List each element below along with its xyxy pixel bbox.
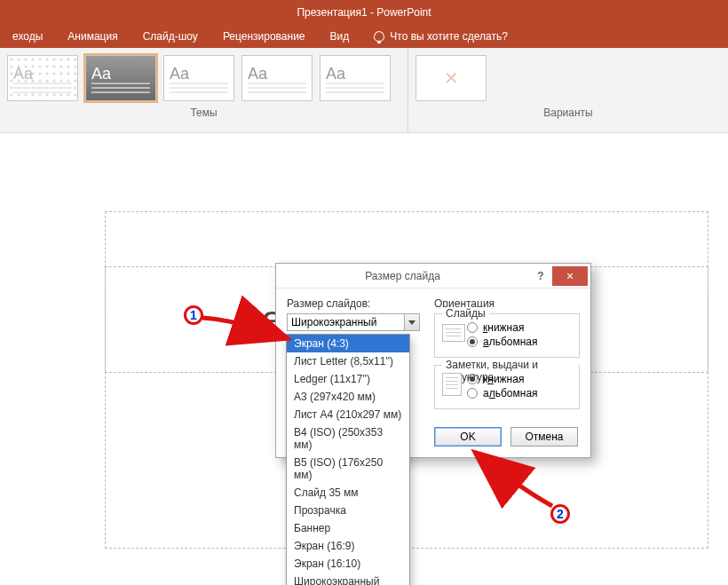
dropdown-option[interactable]: Экран (4:3) <box>287 335 409 352</box>
tab-animations[interactable]: Анимация <box>55 25 130 48</box>
dropdown-option[interactable]: Лист A4 (210x297 мм) <box>287 406 409 423</box>
annotation-step-1: 1 <box>184 305 203 325</box>
orientation-column: Ориентация Слайды книжная альбомная Заме… <box>434 297 580 416</box>
radio-slides-portrait[interactable] <box>467 322 478 333</box>
theme-thumb[interactable]: Aa <box>241 55 313 101</box>
themes-gallery[interactable]: Aa Aa Aa Aa Aa <box>0 48 408 101</box>
dropdown-option[interactable]: Ledger (11x17'') <box>287 370 409 388</box>
theme-thumb[interactable]: Aa <box>7 55 78 101</box>
radio-notes-portrait[interactable] <box>467 374 478 384</box>
radio-slides-portrait-label[interactable]: книжная <box>483 321 524 334</box>
theme-thumb[interactable]: Aa <box>85 55 156 101</box>
chevron-down-icon <box>408 320 415 325</box>
size-label: Размер слайдов: <box>287 297 420 310</box>
ribbon-group-themes: Aa Aa Aa Aa Aa Темы <box>0 48 408 132</box>
combo-value: Широкоэкранный <box>291 316 376 328</box>
close-icon: × <box>566 269 574 283</box>
annotation-step-2: 2 <box>550 504 570 524</box>
dropdown-option[interactable]: Экран (16:9) <box>287 537 409 555</box>
dropdown-option[interactable]: Слайд 35 мм <box>287 484 409 502</box>
theme-thumb[interactable]: Aa <box>320 55 391 101</box>
dropdown-option[interactable]: Широкоэкранный <box>287 573 409 585</box>
slides-legend: Слайды <box>442 307 489 320</box>
ok-button[interactable]: OK <box>434 427 502 447</box>
dropdown-option[interactable]: B4 (ISO) (250x353 мм) <box>287 423 409 454</box>
dropdown-option[interactable]: B5 (ISO) (176x250 мм) <box>287 454 409 484</box>
variants-gallery[interactable]: ✕ <box>408 48 728 101</box>
radio-notes-landscape-label[interactable]: альбомная <box>483 387 538 399</box>
lightbulb-icon <box>374 31 384 42</box>
slide-size-dropdown[interactable]: Экран (4:3) Лист Letter (8,5x11'') Ledge… <box>286 334 410 585</box>
tab-view[interactable]: Вид <box>318 25 362 48</box>
app-title: Презентация1 - PowerPoint <box>297 6 431 19</box>
variants-group-label: Варианты <box>408 101 728 123</box>
ribbon: Aa Aa Aa Aa Aa Темы ✕ Варианты <box>0 48 728 133</box>
radio-slides-landscape-label[interactable]: альбомная <box>483 336 538 348</box>
radio-slides-landscape[interactable] <box>467 336 478 347</box>
dropdown-option[interactable]: Экран (16:10) <box>287 555 409 573</box>
dialog-close-button[interactable]: × <box>552 266 588 286</box>
ribbon-tab-bar: еходы Анимация Слайд-шоу Рецензирование … <box>0 25 728 48</box>
themes-group-label: Темы <box>0 101 408 123</box>
slides-orientation-group: Слайды книжная альбомная <box>434 313 580 358</box>
tab-review[interactable]: Рецензирование <box>210 25 318 48</box>
radio-notes-portrait-label[interactable]: книжная <box>483 373 524 385</box>
theme-thumb[interactable]: Aa <box>163 55 234 101</box>
tab-slideshow[interactable]: Слайд-шоу <box>131 25 210 48</box>
dropdown-option[interactable]: Прозрачка <box>287 502 409 519</box>
radio-notes-landscape[interactable] <box>467 388 478 399</box>
dialog-title: Размер слайда <box>276 270 529 282</box>
notes-orientation-group: Заметки, выдачи и структура книжная альб… <box>434 365 580 409</box>
ribbon-group-variants: ✕ Варианты <box>408 48 728 132</box>
tab-transitions[interactable]: еходы <box>0 25 55 48</box>
dialog-help-button[interactable]: ? <box>529 270 552 282</box>
dialog-titlebar: Размер слайда ? × <box>276 264 590 289</box>
variant-thumb[interactable]: ✕ <box>415 55 487 101</box>
combo-arrow-button[interactable] <box>404 314 419 330</box>
dropdown-option[interactable]: A3 (297x420 мм) <box>287 388 409 406</box>
dropdown-option[interactable]: Баннер <box>287 519 409 537</box>
tell-me-label: Что вы хотите сделать? <box>390 30 508 43</box>
title-bar: Презентация1 - PowerPoint <box>0 0 728 25</box>
slide-size-combobox[interactable]: Широкоэкранный <box>287 313 420 331</box>
tell-me[interactable]: Что вы хотите сделать? <box>361 30 508 43</box>
cancel-button[interactable]: Отмена <box>510 427 578 447</box>
dropdown-option[interactable]: Лист Letter (8,5x11'') <box>287 352 409 370</box>
